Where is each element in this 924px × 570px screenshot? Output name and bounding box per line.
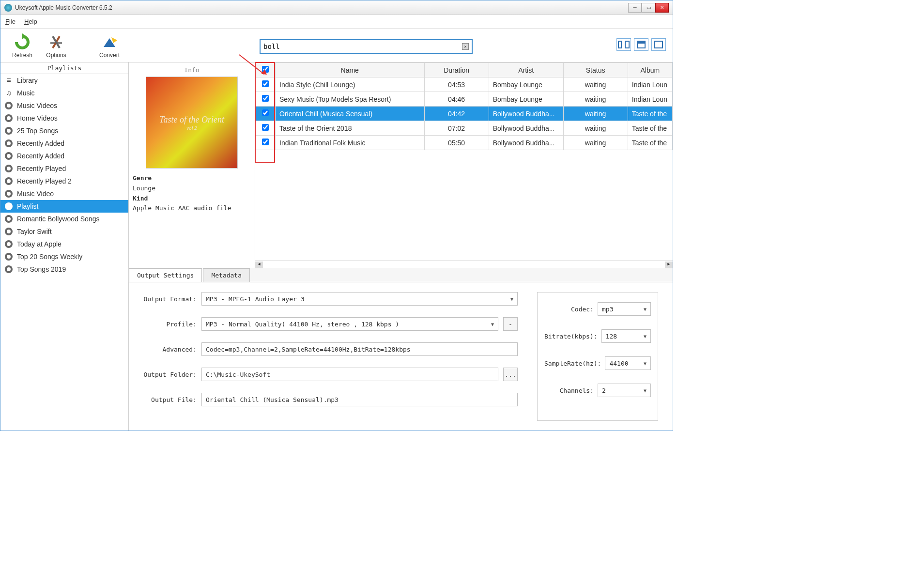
view-top-button[interactable]	[634, 38, 648, 51]
convert-label: Convert	[99, 52, 120, 59]
samplerate-select[interactable]: 44100▼	[605, 356, 651, 370]
sidebar-item[interactable]: 25 Top Songs	[0, 124, 128, 137]
sidebar-item-label: Romantic Bollywood Songs	[17, 215, 99, 223]
profile-label: Profile:	[143, 321, 197, 328]
scroll-right-arrow[interactable]: ►	[665, 262, 673, 268]
bitrate-select[interactable]: 128▼	[601, 329, 651, 343]
search-clear-button[interactable]: ✕	[462, 43, 469, 50]
table-row[interactable]: Oriental Chill (Musica Sensual) 04:42 Bo…	[256, 107, 673, 121]
sidebar-item[interactable]: Music Videos	[0, 99, 128, 112]
minimize-button[interactable]: ─	[628, 3, 642, 13]
refresh-button[interactable]: Refresh	[5, 32, 39, 59]
sidebar-item[interactable]: Recently Played	[0, 162, 128, 175]
sidebar-item[interactable]: Music Video	[0, 187, 128, 200]
row-checkbox[interactable]	[262, 139, 269, 145]
gear-icon	[4, 126, 13, 135]
profile-select[interactable]: MP3 - Normal Quality( 44100 Hz, stereo ,…	[201, 317, 498, 331]
cell-artist: Bollywood Buddha...	[489, 107, 563, 121]
cell-name: Sexy Music (Top Models Spa Resort)	[276, 92, 425, 107]
sidebar-item-label: Playlist	[17, 202, 38, 210]
gear-icon	[4, 152, 13, 160]
profile-minus-button[interactable]: -	[503, 317, 518, 331]
codec-select[interactable]: mp3▼	[598, 302, 651, 316]
horizontal-scrollbar[interactable]: ◄ ►	[255, 261, 673, 268]
view-left-button[interactable]	[616, 38, 631, 51]
sidebar-item[interactable]: Recently Added	[0, 137, 128, 150]
sidebar-item[interactable]: Playlist	[0, 200, 128, 213]
kind-value: Apple Music AAC audio file	[133, 203, 251, 214]
gear-icon	[4, 215, 13, 223]
table-row[interactable]: Indian Traditional Folk Music 05:50 Boll…	[256, 136, 673, 150]
codec-label: Codec:	[544, 306, 594, 313]
cell-duration: 07:02	[424, 121, 489, 136]
format-select[interactable]: MP3 - MPEG-1 Audio Layer 3▼	[201, 292, 518, 306]
cell-artist: Bollywood Buddha...	[489, 136, 563, 150]
view-full-button[interactable]	[651, 38, 666, 51]
row-checkbox-cell	[256, 92, 276, 107]
sidebar-item-label: Today at Apple	[17, 240, 62, 248]
channels-select[interactable]: 2▼	[598, 384, 651, 397]
row-checkbox[interactable]	[262, 124, 269, 131]
gear-icon	[4, 252, 13, 261]
menu-help[interactable]: Help	[24, 18, 37, 25]
cell-name: Oriental Chill (Musica Sensual)	[276, 107, 425, 121]
sidebar-item[interactable]: Romantic Bollywood Songs	[0, 213, 128, 225]
gear-icon	[4, 177, 13, 185]
maximize-button[interactable]: ▭	[642, 3, 655, 13]
album-art: Taste of the Orient vol 2	[146, 77, 238, 169]
folder-input[interactable]: C:\Music-UkeySoft	[201, 368, 498, 381]
convert-button[interactable]: Convert	[92, 32, 126, 59]
caret-down-icon: ▼	[644, 361, 647, 366]
sidebar-item[interactable]: Taylor Swift	[0, 225, 128, 238]
sidebar-item[interactable]: Top Songs 2019	[0, 263, 128, 276]
sidebar-item-label: Recently Added	[17, 152, 64, 160]
album-title-line1: Taste of the Orient	[159, 115, 224, 125]
music-note-icon: ♫	[4, 89, 13, 97]
search-box[interactable]: ✕	[260, 39, 473, 54]
row-checkbox[interactable]	[262, 109, 269, 116]
row-checkbox-cell	[256, 107, 276, 121]
header-status[interactable]: Status	[563, 63, 628, 77]
search-input[interactable]	[263, 43, 462, 50]
row-checkbox[interactable]	[262, 80, 269, 87]
file-input[interactable]: Oriental Chill (Musica Sensual).mp3	[201, 393, 518, 406]
cell-duration: 04:42	[424, 107, 489, 121]
sidebar-item[interactable]: Today at Apple	[0, 238, 128, 250]
caret-down-icon: ▼	[644, 307, 647, 312]
header-duration[interactable]: Duration	[424, 63, 489, 77]
sidebar-item-label: Library	[17, 77, 38, 84]
tab-output-settings[interactable]: Output Settings	[129, 268, 202, 282]
album-title-line2: vol 2	[186, 125, 197, 131]
table-row[interactable]: Sexy Music (Top Models Spa Resort) 04:46…	[256, 92, 673, 107]
samplerate-label: SampleRate(hz):	[544, 360, 601, 367]
header-artist[interactable]: Artist	[489, 63, 563, 77]
sidebar-header: Playlists	[0, 62, 128, 74]
cell-duration: 04:46	[424, 92, 489, 107]
scroll-left-arrow[interactable]: ◄	[255, 262, 263, 268]
close-button[interactable]: ✕	[655, 3, 669, 13]
table-row[interactable]: India Style (Chill Lounge) 04:53 Bombay …	[256, 77, 673, 92]
sidebar-item-label: Music	[17, 89, 35, 97]
caret-down-icon: ▼	[644, 334, 647, 339]
sidebar-item[interactable]: Home Videos	[0, 112, 128, 124]
list-icon: ≡	[4, 76, 13, 85]
options-button[interactable]: Options	[39, 32, 73, 59]
cell-name: Indian Traditional Folk Music	[276, 136, 425, 150]
header-name[interactable]: Name	[276, 63, 425, 77]
advanced-input[interactable]: Codec=mp3,Channel=2,SampleRate=44100Hz,B…	[201, 342, 518, 356]
row-checkbox[interactable]	[262, 95, 269, 102]
cell-name: Taste of the Orient 2018	[276, 121, 425, 136]
genre-value: Lounge	[133, 184, 251, 194]
sidebar-item[interactable]: Top 20 Songs Weekly	[0, 250, 128, 263]
folder-browse-button[interactable]: ...	[503, 368, 518, 381]
cell-status: waiting	[563, 107, 628, 121]
sidebar-item[interactable]: Recently Added	[0, 150, 128, 162]
sidebar-item[interactable]: ≡Library	[0, 74, 128, 87]
table-row[interactable]: Taste of the Orient 2018 07:02 Bollywood…	[256, 121, 673, 136]
sidebar-item[interactable]: ♫Music	[0, 87, 128, 99]
caret-down-icon: ▼	[644, 388, 647, 393]
menu-file[interactable]: File	[5, 18, 15, 25]
header-album[interactable]: Album	[628, 63, 672, 77]
sidebar-item[interactable]: Recently Played 2	[0, 175, 128, 187]
tab-metadata[interactable]: Metadata	[203, 268, 250, 282]
